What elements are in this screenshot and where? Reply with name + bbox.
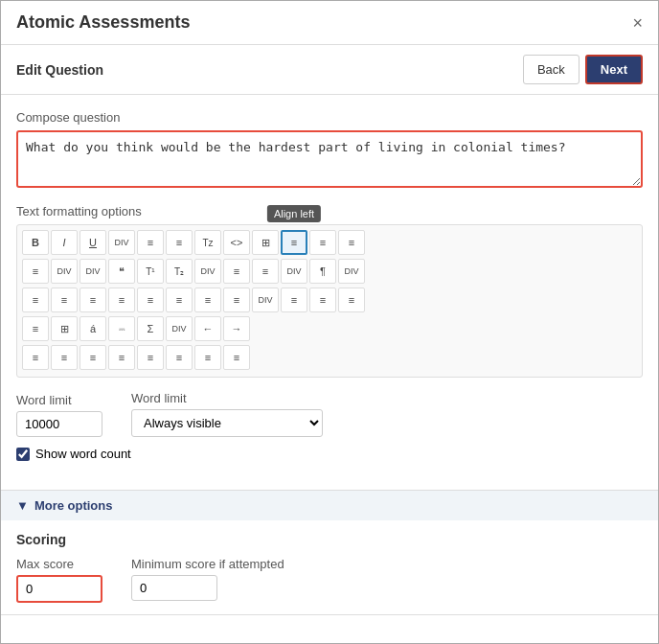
edit-question-label: Edit Question [16, 62, 103, 78]
text-formatting-toolbar: B I U DIV ≡ ≡ Tz <> ⊞ ≡ Align left ≡ ≡ ≡… [16, 224, 643, 378]
show-word-count-label: Show word count [35, 447, 131, 461]
word-limit-input[interactable] [16, 411, 102, 437]
div-button-6[interactable]: DIV [338, 259, 365, 284]
min-score-label: Minimum score if attempted [131, 557, 284, 571]
unordered-list-button[interactable]: ≡ [137, 230, 164, 255]
max-score-input[interactable] [16, 575, 102, 603]
more-options-body: Scoring Max score Minimum score if attem… [1, 520, 658, 614]
extra-button-5[interactable]: ≡ [137, 345, 164, 370]
more-options-arrow: ▼ [16, 498, 29, 513]
visibility-select[interactable]: Always visible Hidden On demand [131, 409, 323, 437]
formatting-row-1: B I U DIV ≡ ≡ Tz <> ⊞ ≡ Align left ≡ ≡ [21, 229, 638, 256]
modal-header: Atomic Assessments × [1, 1, 658, 45]
div-button-2[interactable]: DIV [51, 259, 78, 284]
list-style-button[interactable]: ≡ [22, 288, 49, 312]
misc-button-1[interactable]: ≡ [22, 316, 49, 341]
word-limit-field-2: Word limit Always visible Hidden On dema… [131, 391, 323, 437]
align-center-button[interactable]: ≡ [309, 230, 336, 255]
superscript-button[interactable]: T¹ [137, 259, 164, 284]
formatting-row-3: ≡ ≡ ≡ ≡ ≡ ≡ ≡ ≡ DIV ≡ ≡ ≡ [21, 287, 638, 313]
tz-button[interactable]: Tz [194, 230, 221, 255]
word-limit-section: Word limit Word limit Always visible Hid… [16, 391, 643, 437]
paragraph-button[interactable]: ¶ [309, 259, 336, 284]
show-word-count-checkbox[interactable] [16, 448, 30, 461]
div-button-1[interactable]: DIV [108, 230, 135, 255]
format-button-8[interactable]: ≡ [338, 288, 365, 312]
close-button[interactable]: × [632, 14, 643, 32]
undo-button[interactable]: ← [194, 316, 221, 341]
formatting-row-2: ≡ DIV DIV ❝ T¹ T₂ DIV ≡ ≡ DIV ¶ DIV [21, 258, 638, 285]
scoring-label: Scoring [16, 532, 643, 547]
div-button-7[interactable]: DIV [252, 288, 279, 312]
extra-button-2[interactable]: ≡ [51, 345, 78, 370]
format-button-3[interactable]: ≡ [166, 288, 193, 312]
redo-button[interactable]: → [223, 316, 250, 341]
list-indent-button[interactable]: ≡ [51, 288, 78, 312]
extra-button-7[interactable]: ≡ [194, 345, 221, 370]
extra-button-4[interactable]: ≡ [108, 345, 135, 370]
modal-title: Atomic Assessments [16, 12, 190, 33]
div-button-3[interactable]: DIV [80, 259, 106, 284]
format-button-2[interactable]: ≡ [137, 288, 164, 312]
underline-button[interactable]: U [80, 230, 106, 255]
format-button-4[interactable]: ≡ [194, 288, 221, 312]
more-options-label: More options [34, 498, 113, 513]
code-button[interactable]: <> [223, 230, 250, 255]
more-options-section: ▼ More options Scoring Max score Minimum… [1, 490, 658, 615]
modal-container: Atomic Assessments × Edit Question Back … [0, 0, 659, 644]
more-options-toggle[interactable]: ▼ More options [1, 491, 658, 520]
max-score-label: Max score [16, 557, 102, 571]
min-score-group: Minimum score if attempted [131, 557, 284, 603]
div-button-5[interactable]: DIV [281, 259, 307, 284]
extra-button-3[interactable]: ≡ [80, 345, 106, 370]
outdent-button[interactable]: ≡ [252, 259, 279, 284]
show-word-count-row: Show word count [16, 447, 643, 461]
max-score-group: Max score [16, 557, 102, 603]
italic-button[interactable]: I [51, 230, 78, 255]
modal-body: Compose question Text formatting options… [1, 95, 658, 476]
sigma-button[interactable]: Σ [137, 316, 164, 341]
div-button-8[interactable]: DIV [166, 316, 193, 341]
div-button-4[interactable]: DIV [194, 259, 221, 284]
bold-button[interactable]: B [22, 230, 49, 255]
back-button[interactable]: Back [523, 55, 579, 84]
indent-button[interactable]: ≡ [223, 259, 250, 284]
format-button-6[interactable]: ≡ [281, 288, 307, 312]
format-button-1[interactable]: ≡ [108, 288, 135, 312]
table-button[interactable]: ⊞ [252, 230, 279, 255]
format-button-5[interactable]: ≡ [223, 288, 250, 312]
special-char-button[interactable]: á [80, 316, 106, 341]
score-fields: Max score Minimum score if attempted [16, 557, 643, 603]
format-button-7[interactable]: ≡ [309, 288, 336, 312]
formatting-row-5: ≡ ≡ ≡ ≡ ≡ ≡ ≡ ≡ [21, 344, 638, 371]
formatting-row-4: ≡ ⊞ á ⎓ Σ DIV ← → [21, 315, 638, 342]
min-score-input[interactable] [131, 575, 217, 601]
image-button[interactable]: ⎓ [108, 316, 135, 341]
edit-question-toolbar: Edit Question Back Next [1, 45, 658, 95]
toolbar-action-buttons: Back Next [523, 55, 643, 84]
word-limit-label-2: Word limit [131, 391, 323, 405]
ordered-list-button[interactable]: ≡ [166, 230, 193, 255]
extra-button-8[interactable]: ≡ [223, 345, 250, 370]
text-formatting-label: Text formatting options [16, 204, 643, 218]
extra-button-1[interactable]: ≡ [22, 345, 49, 370]
word-limit-field-1: Word limit [16, 393, 102, 437]
align-left-button[interactable]: ≡ Align left [281, 230, 307, 255]
word-limit-label-1: Word limit [16, 393, 102, 407]
justify-button[interactable]: ≡ [22, 259, 49, 284]
subscript-button[interactable]: T₂ [166, 259, 193, 284]
question-input[interactable] [16, 130, 643, 188]
blockquote-button[interactable]: ❝ [108, 259, 135, 284]
extra-button-6[interactable]: ≡ [166, 345, 193, 370]
next-button[interactable]: Next [585, 55, 643, 84]
compose-label: Compose question [16, 110, 643, 125]
list-outdent-button[interactable]: ≡ [80, 288, 106, 312]
misc-button-2[interactable]: ⊞ [51, 316, 78, 341]
align-right-button[interactable]: ≡ [338, 230, 365, 255]
